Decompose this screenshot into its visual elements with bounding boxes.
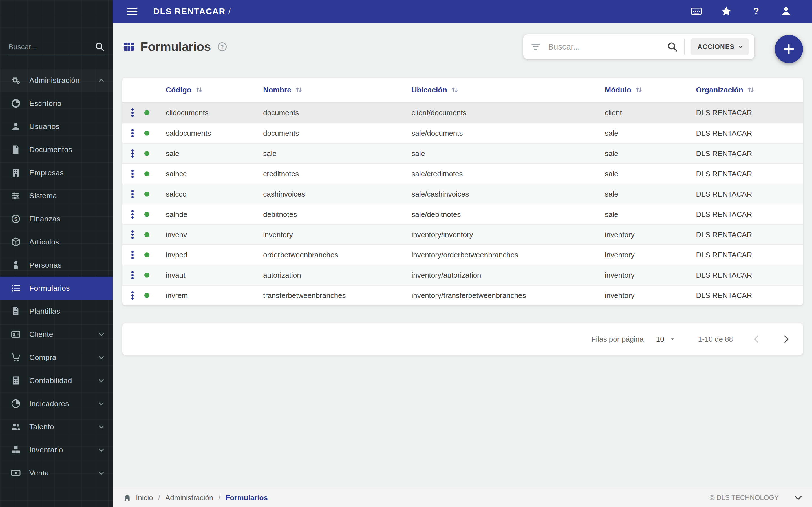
sidebar-item[interactable]: Documentos — [0, 138, 113, 161]
row-actions-menu-icon[interactable] — [122, 286, 143, 305]
add-button[interactable] — [775, 35, 803, 63]
sidebar-item[interactable]: Indicadores — [0, 392, 113, 415]
sidebar-item[interactable]: Finanzas — [0, 207, 113, 230]
row-actions-menu-icon[interactable] — [122, 225, 143, 244]
sidebar-item[interactable]: Artículos — [0, 230, 113, 253]
sidebar-item[interactable]: Formularios — [0, 277, 113, 300]
column-header[interactable]: Nombre — [263, 86, 411, 94]
sidebar-item[interactable]: Venta — [0, 461, 113, 485]
sidebar-item-label: Formularios — [29, 284, 103, 293]
cell-ubicacion: client/documents — [411, 108, 605, 117]
breadcrumb-item[interactable]: Formularios / — [225, 494, 268, 502]
search-icon[interactable] — [667, 41, 678, 52]
star-icon[interactable] — [721, 6, 732, 17]
sidebar-item[interactable]: Usuarios — [0, 115, 113, 138]
sidebar-item[interactable]: Compra — [0, 346, 113, 369]
sidebar-item[interactable]: Personas — [0, 253, 113, 277]
previous-page-button[interactable] — [751, 334, 762, 345]
sort-icon[interactable] — [295, 86, 303, 94]
rows-per-page-select[interactable]: 10 — [656, 335, 675, 344]
row-actions-menu-icon[interactable] — [122, 205, 143, 224]
breadcrumb-item[interactable]: Administración / — [165, 494, 225, 502]
page-help-icon[interactable] — [217, 42, 227, 52]
row-actions-menu-icon[interactable] — [122, 265, 143, 285]
column-header[interactable]: Código — [166, 86, 263, 94]
next-page-button[interactable] — [780, 334, 792, 345]
chevron-icon — [99, 400, 104, 405]
content: Formularios ACCIONES — [113, 22, 812, 488]
plus-icon — [783, 43, 795, 55]
hamburger-menu-icon[interactable] — [126, 5, 138, 17]
filter-icon[interactable] — [530, 42, 541, 52]
column-header[interactable]: Módulo — [605, 86, 696, 94]
cell-nombre: sale — [263, 149, 411, 158]
sidebar-item[interactable]: Sistema — [0, 184, 113, 207]
sidebar-search-input[interactable] — [8, 42, 95, 52]
search-icon[interactable] — [95, 42, 105, 52]
row-actions-menu-icon[interactable] — [122, 103, 143, 123]
home-icon[interactable] — [123, 494, 132, 502]
table-row[interactable]: clidocuments documents client/documents … — [122, 103, 803, 123]
table-row[interactable]: invaut autorization inventory/autorizati… — [122, 265, 803, 285]
sidebar-item[interactable]: Escritorio — [0, 92, 113, 115]
sidebar-item[interactable]: Plantillas — [0, 300, 113, 323]
help-icon[interactable] — [751, 6, 762, 17]
cell-organizacion: DLS RENTACAR — [696, 190, 803, 199]
column-header[interactable]: Ubicación — [411, 86, 605, 94]
sidebar-item-label: Indicadores — [29, 399, 100, 408]
sort-icon[interactable] — [451, 86, 459, 94]
breadcrumb-separator: / — [229, 7, 231, 16]
cell-codigo: invaut — [166, 271, 263, 280]
sliders-icon — [11, 191, 21, 201]
row-actions-menu-icon[interactable] — [122, 123, 143, 143]
cell-ubicacion: inventory/inventory — [411, 230, 605, 239]
dashboard-icon — [11, 98, 21, 108]
sort-icon[interactable] — [195, 86, 203, 94]
keyboard-icon[interactable] — [691, 6, 702, 17]
chevron-down-icon — [794, 493, 803, 503]
cell-ubicacion: sale — [411, 149, 605, 158]
cell-nombre: orderbetweenbranches — [263, 251, 411, 260]
sidebar-item-label: Contabilidad — [29, 376, 100, 385]
rows-per-page-label: Filas por página — [592, 335, 644, 344]
column-header[interactable]: Organización — [696, 86, 803, 94]
table-row[interactable]: salnde debitnotes sale/debitnotes sale D… — [122, 204, 803, 224]
breadcrumb-item[interactable]: Inicio / — [136, 494, 165, 502]
table-row[interactable]: sale sale sale sale DLS RENTACAR — [122, 143, 803, 163]
table-row[interactable]: invrem transferbetweenbranches inventory… — [122, 285, 803, 305]
footer-collapse-button[interactable] — [794, 493, 803, 503]
row-actions-menu-icon[interactable] — [122, 245, 143, 265]
cell-nombre: documents — [263, 129, 411, 138]
sidebar-item[interactable]: Contabilidad — [0, 369, 113, 392]
caret-down-icon — [669, 336, 675, 342]
row-actions-menu-icon[interactable] — [122, 164, 143, 184]
table-row[interactable]: invped orderbetweenbranches inventory/or… — [122, 244, 803, 265]
breadcrumb: Inicio / Administración / Formularios / — [136, 494, 268, 502]
topbar-actions — [691, 6, 792, 17]
sidebar-item[interactable]: Cliente — [0, 323, 113, 346]
status-dot-icon — [144, 131, 149, 136]
sidebar-item[interactable]: Empresas — [0, 161, 113, 184]
user-icon — [11, 121, 21, 131]
sidebar-item[interactable]: Talento — [0, 415, 113, 438]
user-icon[interactable] — [780, 6, 792, 17]
table-row[interactable]: invenv inventory inventory/inventory inv… — [122, 224, 803, 244]
row-actions-menu-icon[interactable] — [122, 144, 143, 163]
chevron-icon — [99, 354, 104, 359]
table-icon — [122, 41, 135, 52]
sidebar-item[interactable]: Inventario — [0, 438, 113, 461]
table-search-input[interactable] — [548, 42, 667, 52]
money-icon — [11, 468, 21, 478]
cell-ubicacion: sale/debitnotes — [411, 210, 605, 219]
sidebar-item[interactable]: Administración — [0, 69, 113, 92]
sort-icon[interactable] — [747, 86, 755, 94]
row-actions-menu-icon[interactable] — [122, 184, 143, 204]
sort-icon[interactable] — [635, 86, 643, 94]
actions-button[interactable]: ACCIONES — [691, 38, 749, 55]
table-row[interactable]: saldocuments documents sale/documents sa… — [122, 123, 803, 143]
status-dot-icon — [144, 252, 149, 258]
table-row[interactable]: salcco cashinvoices sale/cashinvoices sa… — [122, 184, 803, 204]
sidebar-item-label: Documentos — [29, 145, 103, 154]
cell-modulo: inventory — [605, 271, 696, 280]
table-row[interactable]: salncc creditnotes sale/creditnotes sale… — [122, 163, 803, 184]
